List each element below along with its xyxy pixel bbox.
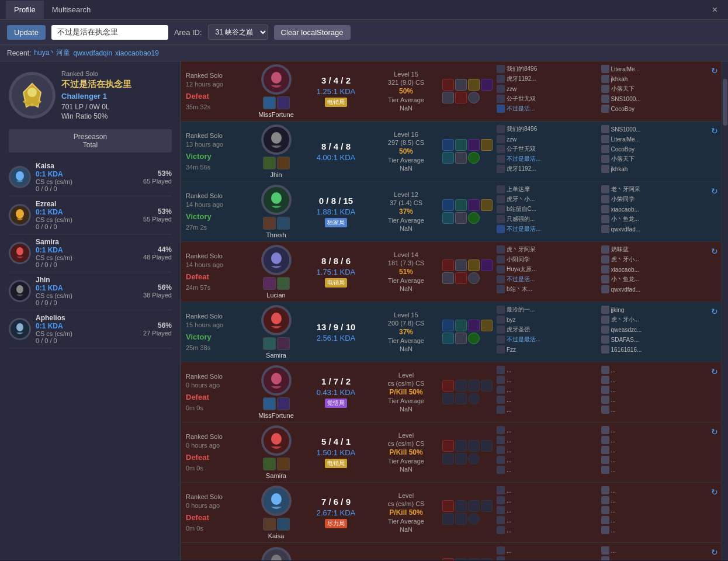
team-player-name: ... — [611, 447, 616, 453]
refresh-icon[interactable]: ↻ — [711, 367, 718, 376]
item-slot-5 — [455, 212, 467, 224]
update-button[interactable]: Update — [7, 25, 46, 40]
team-player: 公子世无双 — [497, 144, 601, 154]
champ-scores-samira: 0 / 0 / 0 — [36, 261, 138, 268]
scrollbar-thumb[interactable] — [723, 79, 727, 126]
search-input[interactable] — [51, 25, 168, 40]
refresh-icon[interactable]: ↻ — [711, 186, 718, 196]
team-player-icon — [601, 65, 609, 73]
match-left: Ranked Solo 15 hours ago Victory 25m 38s — [181, 302, 251, 362]
team-1: 虎丶牙阿呆 小阳同学 Huya太原... 不过是活... b站丶木... — [497, 245, 601, 299]
tab-multisearch[interactable]: Multisearch — [44, 1, 99, 19]
team-player: ... — [497, 375, 601, 385]
team-player: ... — [601, 465, 706, 475]
team-2: SNS1000... LiteralMe... CocoBoy 小落天下 jkh… — [601, 124, 706, 178]
refresh-icon[interactable]: ↻ — [711, 548, 718, 557]
item-slot-5 — [455, 513, 467, 525]
team-player-name: ... — [507, 487, 511, 494]
refresh-icon[interactable]: ↻ — [711, 247, 718, 256]
team-player-name: Fzz — [507, 347, 516, 353]
refresh-icon[interactable]: ↻ — [711, 427, 718, 437]
item-slot-4 — [442, 92, 454, 103]
recent-link-2[interactable]: qwxvdfadqin — [73, 49, 112, 57]
stats-winrate: 50% — [399, 87, 413, 95]
team-player: qwxvdfad... — [601, 285, 706, 294]
match-refresh: ↻ — [708, 423, 721, 482]
match-badge: 电销局 — [325, 278, 347, 288]
team-player: ... — [601, 546, 706, 555]
team-player: ... — [601, 505, 706, 515]
item-slot-4 — [442, 152, 454, 164]
team-player-icon — [497, 506, 505, 514]
close-button[interactable]: × — [708, 2, 722, 18]
champ-cs-jhin: CS cs (cs/m) — [36, 292, 138, 299]
team-player-name: ... — [611, 367, 616, 373]
champ-kda-kaisa: 0:1 KDA — [36, 170, 138, 178]
team-player: zzw — [497, 134, 601, 144]
stats-winrate: P/Kill 50% — [389, 508, 422, 517]
team-player: ... — [601, 425, 706, 435]
refresh-icon[interactable]: ↻ — [711, 487, 718, 497]
match-refresh: ↻ — [708, 362, 721, 422]
refresh-icon[interactable]: ↻ — [711, 126, 718, 136]
team-player: 不过是最活... — [497, 154, 601, 164]
champ-cs-samira: CS cs (cs/m) — [36, 254, 138, 261]
match-duration: 35m 32s — [186, 103, 247, 110]
spell-2 — [277, 458, 290, 470]
team-player-name: SNS1000... — [611, 96, 641, 102]
profile-header: Ranked Solo 不过是活在执念里 Challenger 1 701 LP… — [9, 70, 172, 120]
team-player: 小丶鱼龙... — [601, 214, 706, 224]
item-slot-6 — [468, 92, 480, 103]
recent-link-3[interactable]: xiaocaobao19 — [115, 49, 159, 57]
team-player-icon — [497, 516, 505, 524]
refresh-icon[interactable]: ↻ — [711, 66, 718, 75]
team-player-name: 虎牙1192... — [507, 165, 536, 173]
match-duration: 34m 56s — [186, 164, 247, 171]
item-slot-3 — [481, 199, 493, 211]
match-items-section — [441, 423, 494, 482]
recent-link-1[interactable]: huya丶河童 — [34, 48, 70, 58]
item-slot-2 — [468, 500, 480, 512]
team-player-icon — [601, 195, 609, 203]
item-slot-2 — [468, 440, 480, 452]
scrollbar[interactable] — [721, 61, 728, 560]
clear-storage-button[interactable]: Clear localStorage — [274, 25, 351, 40]
match-result: Defeat — [186, 393, 247, 401]
team-player: 16161616... — [601, 345, 706, 354]
team-player-name: ... — [611, 548, 616, 554]
tab-profile[interactable]: Profile — [6, 1, 44, 19]
team-player-name: CocoBoy — [611, 146, 635, 153]
match-stats-section: Level 15 321 (9.0) CS 50% Tier Average N… — [371, 61, 441, 121]
champion-spells — [263, 397, 290, 410]
area-select[interactable]: 31 峡谷之巅 — [208, 25, 268, 40]
team-player-icon — [497, 225, 505, 233]
match-refresh: ↻ — [708, 302, 721, 362]
team-player: ... — [601, 405, 706, 414]
team-player-icon — [601, 145, 609, 153]
item-slot-2 — [468, 139, 480, 151]
toolbar: Update Area ID: 31 峡谷之巅 Clear localStora… — [0, 20, 728, 45]
team-player-icon — [497, 406, 505, 414]
team-2: LiteralMe... jkhkah 小落天下 SNS1000... Coco… — [601, 64, 706, 118]
team-player: ... — [497, 525, 601, 535]
team-player: ... — [497, 435, 601, 445]
svg-point-23 — [271, 373, 282, 385]
champ-avatar-kaisa — [9, 166, 31, 188]
refresh-icon[interactable]: ↻ — [711, 307, 718, 316]
stats-nan: NaN — [400, 466, 412, 473]
match-champion: Thresh — [251, 182, 301, 241]
team-player-icon — [601, 466, 609, 474]
match-stats-section: Level 12 37 (1.4) CS 37% Tier Average Na… — [371, 182, 441, 241]
team-player-icon — [497, 386, 505, 394]
spell-1 — [263, 337, 276, 350]
team-player: 虎丶牙小... — [601, 315, 706, 324]
champ-winrate-samira: 44% — [143, 245, 172, 254]
main-content: Ranked Solo 不过是活在执念里 Challenger 1 701 LP… — [0, 61, 728, 560]
champion-spells — [263, 458, 290, 470]
match-row-2: Ranked Solo 14 hours ago Victory 27m 2s … — [181, 182, 721, 242]
item-slot-5 — [455, 453, 467, 465]
match-result: Defeat — [186, 453, 247, 462]
team-player-name: ... — [611, 457, 616, 463]
stats-winrate: 51% — [399, 268, 413, 276]
team-player-icon — [497, 275, 505, 283]
